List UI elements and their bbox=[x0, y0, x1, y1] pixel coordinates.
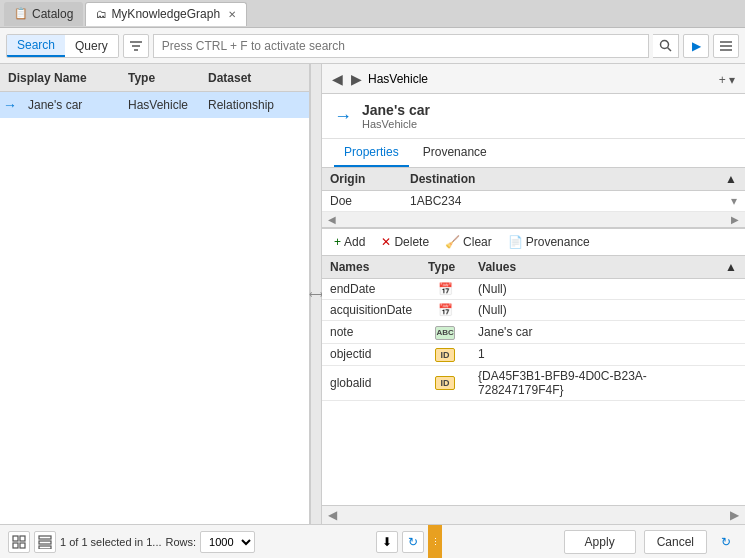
toolbar: Search Query ▶ bbox=[0, 28, 745, 64]
horizontal-scroll-bar[interactable]: ◀ ▶ bbox=[322, 212, 745, 228]
svg-rect-8 bbox=[13, 536, 18, 541]
filter-button[interactable] bbox=[123, 34, 149, 58]
search-button[interactable]: Search bbox=[7, 35, 65, 57]
bottom-mid: ⬇ ↻ ⋮ bbox=[376, 525, 442, 559]
cancel-button[interactable]: Cancel bbox=[644, 530, 707, 554]
svg-rect-14 bbox=[39, 546, 51, 549]
apply-button[interactable]: Apply bbox=[564, 530, 636, 554]
close-tab-icon[interactable]: ✕ bbox=[228, 9, 236, 20]
attr-scroll-left-icon[interactable]: ◀ bbox=[328, 508, 337, 522]
entity-header: → Jane's car HasVehicle bbox=[322, 94, 745, 139]
row-expand-icon[interactable]: ▾ bbox=[717, 191, 745, 212]
refresh-right-button[interactable]: ↻ bbox=[715, 531, 737, 553]
scroll-up-icon[interactable]: ▲ bbox=[717, 168, 745, 191]
attr-row-scroll bbox=[717, 365, 745, 400]
destination-value: 1ABC234 bbox=[402, 191, 717, 212]
row-type: HasVehicle bbox=[120, 98, 200, 112]
attribute-row[interactable]: globalid ID {DA45F3B1-BFB9-4D0C-B23A-728… bbox=[322, 365, 745, 400]
svg-rect-9 bbox=[20, 536, 25, 541]
rows-label: Rows: bbox=[166, 536, 197, 548]
attribute-row[interactable]: note ABC Jane's car bbox=[322, 321, 745, 344]
provenance-attribute-button[interactable]: 📄 Provenance bbox=[504, 233, 594, 251]
attr-name: globalid bbox=[322, 365, 420, 400]
attr-row-scroll bbox=[717, 300, 745, 321]
left-row[interactable]: → Jane's car HasVehicle Relationship bbox=[0, 92, 309, 118]
splitter-handle-icon: ⟷ bbox=[309, 289, 323, 300]
catalog-tab-label: Catalog bbox=[32, 7, 73, 21]
orange-toggle-button[interactable]: ⋮ bbox=[428, 525, 442, 559]
toggle-icon: ⋮ bbox=[431, 537, 440, 547]
destination-column-header: Destination bbox=[402, 168, 717, 191]
add-icon: + bbox=[334, 235, 341, 249]
add-attribute-button[interactable]: + Add bbox=[330, 233, 369, 251]
property-row[interactable]: Doe 1ABC234 ▾ bbox=[322, 191, 745, 212]
tab-catalog[interactable]: 📋 Catalog bbox=[4, 2, 83, 26]
attr-row-scroll bbox=[717, 343, 745, 365]
svg-rect-10 bbox=[13, 543, 18, 548]
right-panel: ◀ ▶ HasVehicle + ▾ → Jane's car HasVehic… bbox=[322, 64, 745, 524]
property-tabs: Properties Provenance bbox=[322, 139, 745, 168]
clear-attribute-button[interactable]: 🧹 Clear bbox=[441, 233, 496, 251]
play-button[interactable]: ▶ bbox=[683, 34, 709, 58]
attr-value: 1 bbox=[470, 343, 717, 365]
attr-scroll-right-icon[interactable]: ▶ bbox=[730, 508, 739, 522]
attr-value: Jane's car bbox=[470, 321, 717, 344]
search-input[interactable] bbox=[153, 34, 649, 58]
menu-button[interactable] bbox=[713, 34, 739, 58]
provenance-icon: 📄 bbox=[508, 235, 523, 249]
bottom-bar: 1 of 1 selected in 1... Rows: 1000 500 1… bbox=[0, 524, 745, 558]
rows-select[interactable]: 1000 500 100 bbox=[200, 531, 255, 553]
left-panel: Display Name Type Dataset → Jane's car H… bbox=[0, 64, 310, 524]
download-button[interactable]: ⬇ bbox=[376, 531, 398, 553]
origin-value: Doe bbox=[322, 191, 402, 212]
delete-label: Delete bbox=[394, 235, 429, 249]
svg-point-3 bbox=[661, 41, 669, 49]
attr-value: (Null) bbox=[470, 300, 717, 321]
attributes-table-wrapper[interactable]: Names Type Values ▲ endDate 📅 (Null) acq… bbox=[322, 256, 745, 505]
attr-type-badge: 📅 bbox=[420, 279, 470, 300]
attribute-row[interactable]: endDate 📅 (Null) bbox=[322, 279, 745, 300]
attribute-row[interactable]: objectid ID 1 bbox=[322, 343, 745, 365]
search-icon-button[interactable] bbox=[653, 34, 679, 58]
nav-back-button[interactable]: ◀ bbox=[330, 71, 345, 87]
row-dataset: Relationship bbox=[200, 98, 309, 112]
tab-properties[interactable]: Properties bbox=[334, 139, 409, 167]
nav-arrows: ◀ ▶ HasVehicle bbox=[330, 71, 428, 87]
col-dataset: Dataset bbox=[200, 71, 309, 85]
nav-forward-button[interactable]: ▶ bbox=[349, 71, 364, 87]
svg-rect-12 bbox=[39, 536, 51, 539]
attr-value: {DA45F3B1-BFB9-4D0C-B23A-728247179F4F} bbox=[470, 365, 717, 400]
graph-icon: 🗂 bbox=[96, 8, 107, 20]
attribute-row[interactable]: acquisitionDate 📅 (Null) bbox=[322, 300, 745, 321]
status-text: 1 of 1 selected in 1... bbox=[60, 536, 162, 548]
attr-name: endDate bbox=[322, 279, 420, 300]
list-view-button[interactable] bbox=[34, 531, 56, 553]
tab-myknowledgegraph[interactable]: 🗂 MyKnowledgeGraph ✕ bbox=[85, 2, 247, 26]
col-display-name: Display Name bbox=[0, 71, 120, 85]
search-query-toggle: Search Query bbox=[6, 34, 119, 58]
query-button[interactable]: Query bbox=[65, 35, 118, 57]
grid-view-button[interactable] bbox=[8, 531, 30, 553]
splitter[interactable]: ⟷ bbox=[310, 64, 322, 524]
attributes-section: + Add ✕ Delete 🧹 Clear 📄 Provenance bbox=[322, 229, 745, 524]
provenance-label: Provenance bbox=[526, 235, 590, 249]
refresh-button[interactable]: ↻ bbox=[402, 531, 424, 553]
attr-name: objectid bbox=[322, 343, 420, 365]
scroll-up-attr-icon[interactable]: ▲ bbox=[717, 256, 745, 279]
scroll-left-icon[interactable]: ◀ bbox=[328, 214, 336, 225]
entity-name: Jane's car bbox=[362, 102, 430, 118]
list-icon bbox=[38, 535, 52, 549]
attr-type-badge: ID bbox=[420, 365, 470, 400]
delete-attribute-button[interactable]: ✕ Delete bbox=[377, 233, 433, 251]
attr-value-header: Values bbox=[470, 256, 717, 279]
properties-table: Origin Destination ▲ Doe 1ABC234 ▾ bbox=[322, 168, 745, 212]
add-icon-button[interactable]: + ▾ bbox=[717, 70, 737, 88]
tab-provenance[interactable]: Provenance bbox=[413, 139, 497, 167]
entity-arrow-icon: → bbox=[334, 106, 352, 127]
panel-header-title: HasVehicle bbox=[368, 72, 428, 86]
origin-column-header: Origin bbox=[322, 168, 402, 191]
scroll-right-icon[interactable]: ▶ bbox=[731, 214, 739, 225]
left-table-body: → Jane's car HasVehicle Relationship bbox=[0, 92, 309, 524]
attr-type-header: Type bbox=[420, 256, 470, 279]
col-type: Type bbox=[120, 71, 200, 85]
